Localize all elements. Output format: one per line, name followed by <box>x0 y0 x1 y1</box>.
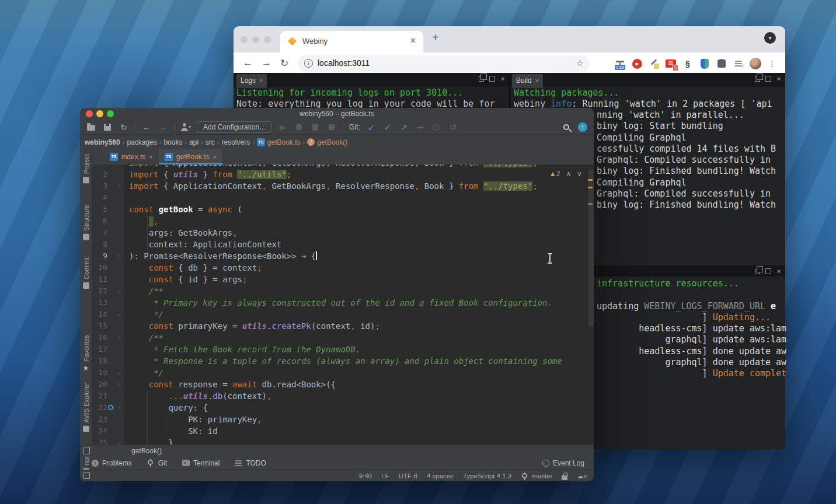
forward-icon[interactable]: → <box>262 57 271 69</box>
breadcrumb-file[interactable]: getBook.ts <box>267 138 301 146</box>
status-item[interactable]: TypeScript 4.1.3 <box>463 473 511 480</box>
git-update-icon[interactable]: ↙ <box>366 122 377 132</box>
strip-item-favorites[interactable]: ★Favorites <box>80 335 92 373</box>
git-push-icon[interactable]: ↗ <box>399 122 409 132</box>
event-log-button[interactable]: Event Log <box>542 459 584 467</box>
playlist-extension-icon[interactable]: ♪ <box>733 58 744 69</box>
back-icon[interactable]: ← <box>243 57 253 69</box>
cloud-settings-icon[interactable]: ☁⚙ <box>577 472 588 480</box>
status-item[interactable]: 9:40 <box>359 473 372 480</box>
blocker-extension-icon[interactable]: ■ <box>631 58 643 69</box>
todo-button[interactable]: TODO <box>235 459 266 467</box>
close-icon[interactable]: × <box>776 76 781 82</box>
rollback-icon[interactable]: ↺ <box>448 122 458 132</box>
colorpicker-extension-icon[interactable] <box>648 58 660 69</box>
browser-menu-icon[interactable]: ⋮ <box>767 58 778 69</box>
tab-close-icon[interactable]: × <box>149 153 152 160</box>
run-coverage-icon[interactable] <box>310 122 321 132</box>
git-button[interactable]: Git <box>147 459 167 467</box>
maximize-icon[interactable] <box>765 268 771 274</box>
breadcrumb-item[interactable]: api <box>189 138 198 146</box>
address-bar[interactable]: i localhost:3011 ☆ <box>298 55 590 72</box>
squid-extension-icon[interactable]: § <box>682 58 694 69</box>
close-icon[interactable]: × <box>535 77 539 84</box>
float-icon[interactable] <box>479 76 484 82</box>
update-available-icon[interactable]: ↑ <box>577 122 588 132</box>
git-commit-icon[interactable]: ✓ <box>382 122 393 132</box>
browser-tab[interactable]: Webiny ✕ <box>280 31 423 52</box>
fold-marker[interactable]: ▵ <box>118 367 121 379</box>
prev-warning-icon[interactable]: ∧ <box>566 168 571 180</box>
strip-item-commit[interactable]: Commit <box>80 257 92 290</box>
close-icon[interactable]: × <box>500 76 505 82</box>
next-warning-icon[interactable]: ∨ <box>577 168 582 180</box>
fold-marker[interactable]: ▵ <box>118 309 121 320</box>
maximize-icon[interactable] <box>489 76 495 82</box>
toolwindow-toggle-icon[interactable] <box>83 472 90 479</box>
browser-zoom-button[interactable] <box>264 36 271 43</box>
add-configuration-button[interactable]: Add Configuration... <box>197 121 271 133</box>
run-icon[interactable]: ▶ <box>277 122 288 132</box>
breadcrumb-item[interactable]: src <box>205 138 215 146</box>
forward-icon[interactable]: → <box>158 122 168 132</box>
fold-marker[interactable]: ▿ <box>118 180 121 192</box>
debug-icon[interactable] <box>294 122 304 132</box>
strip-item-structure[interactable]: Structure <box>80 205 92 242</box>
history-clock-icon[interactable] <box>431 122 442 132</box>
fold-marker[interactable]: ▿ <box>118 402 121 414</box>
status-item[interactable]: LF <box>381 473 389 480</box>
fold-marker[interactable]: ▵ <box>118 437 121 444</box>
breadcrumb-item[interactable]: resolvers <box>221 138 250 146</box>
editor-tab-index.ts[interactable]: TSindex.ts× <box>104 149 159 164</box>
avatar[interactable] <box>750 58 761 69</box>
status-item[interactable]: 4 spaces <box>427 473 454 480</box>
page-info-icon[interactable]: i <box>304 59 313 68</box>
bookmark-star-icon[interactable]: ☆ <box>576 58 584 68</box>
logs-tab[interactable]: Logs× <box>236 74 267 88</box>
function-breadcrumb[interactable]: getBook() <box>131 447 162 455</box>
fold-marker[interactable]: ▿ <box>118 379 121 390</box>
close-icon[interactable]: × <box>259 77 263 84</box>
ide-titlebar[interactable]: webiny560 – getBook.ts <box>80 108 594 120</box>
fold-marker[interactable]: ▿ <box>118 332 121 344</box>
stop-icon[interactable] <box>326 122 337 132</box>
fold-marker[interactable]: ▿ <box>118 285 121 297</box>
shield-extension-icon[interactable] <box>699 58 710 69</box>
git-cherrypick-icon[interactable]: ⤞ <box>415 122 426 132</box>
inspection-widget[interactable]: ▲2 ∧ ∨ <box>549 168 582 180</box>
maximize-icon[interactable] <box>765 76 771 82</box>
mail-extension-icon[interactable]: ✉3 <box>665 58 677 69</box>
scrollbar[interactable] <box>588 169 594 327</box>
fold-marker[interactable]: ▿ <box>118 250 121 262</box>
breadcrumb-item[interactable]: webiny560 <box>85 138 120 146</box>
float-icon[interactable] <box>755 76 760 82</box>
strip-item-aws-explorer[interactable]: AWS Explorer <box>80 383 92 434</box>
puzzle-extension-icon[interactable] <box>716 58 727 69</box>
breadcrumb-item[interactable]: packages <box>127 138 156 146</box>
close-icon[interactable]: × <box>776 268 781 274</box>
save-icon[interactable] <box>102 122 113 132</box>
git-branch-widget[interactable]: master <box>521 473 552 480</box>
editor-tab-getBook.ts[interactable]: TSgetBook.ts× <box>159 149 222 164</box>
float-icon[interactable] <box>755 269 760 274</box>
user-dropdown-icon[interactable]: ▾ <box>180 122 191 132</box>
reload-icon[interactable]: ↻ <box>280 57 288 69</box>
gutter-navigate-icon[interactable]: ↑ <box>108 404 115 411</box>
profile-chevron-icon[interactable]: ▾ <box>764 32 776 44</box>
search-icon[interactable] <box>561 122 572 132</box>
tab-close-icon[interactable]: ✕ <box>410 36 416 45</box>
lock-icon[interactable] <box>562 475 567 480</box>
sync-icon[interactable]: ↻ <box>119 122 129 132</box>
tab-close-icon[interactable]: × <box>213 153 217 160</box>
browser-minimize-button[interactable] <box>252 36 259 43</box>
breadcrumb-item[interactable]: books <box>163 138 182 146</box>
scale-extension-icon[interactable]: 0.35 <box>614 58 626 69</box>
back-icon[interactable]: ← <box>141 122 152 132</box>
breadcrumb-function[interactable]: getBook() <box>317 138 347 146</box>
toolwindow-icon[interactable] <box>83 447 90 454</box>
url-text[interactable]: localhost:3011 <box>318 58 370 68</box>
terminal-button[interactable]: >Terminal <box>182 459 220 467</box>
problems-button[interactable]: !Problems <box>92 459 132 467</box>
code-editor[interactable]: 23▿456789▿101112▿1314▵1516▿171819▵20▿212… <box>92 164 594 444</box>
browser-close-button[interactable] <box>241 36 248 43</box>
